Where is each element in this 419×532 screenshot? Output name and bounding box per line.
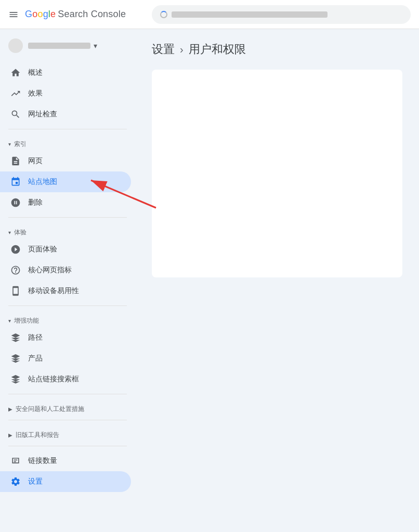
section-security[interactable]: ▶ 安全问题和人工处置措施 — [0, 398, 135, 416]
menu-button[interactable] — [8, 9, 19, 20]
section-enhancements-label: 增强功能 — [14, 316, 39, 325]
section-enhancements-chevron: ▾ — [8, 318, 11, 324]
divider-1 — [8, 129, 127, 129]
sidebar-item-sitemap-label: 站点地图 — [28, 177, 57, 187]
sidebar-item-sitelinks-label: 站点链接搜索框 — [28, 375, 79, 384]
breadcrumb: 设置 › 用户和权限 — [152, 42, 402, 57]
search-icon — [10, 109, 21, 119]
sidebar-item-sitemap[interactable]: 站点地图 — [0, 171, 131, 192]
breadcrumbs-icon — [10, 332, 21, 343]
section-experience-chevron: ▾ — [8, 230, 11, 235]
pages-icon — [10, 156, 21, 166]
sidebar-item-core-web-vitals-label: 核心网页指标 — [28, 265, 72, 275]
sidebar-item-performance[interactable]: 效果 — [0, 83, 131, 104]
sidebar-item-performance-label: 效果 — [28, 89, 43, 98]
sitelinks-icon — [10, 374, 21, 384]
section-index-chevron: ▾ — [8, 141, 11, 147]
breadcrumb-current: 用户和权限 — [189, 42, 246, 57]
topbar-left: Google Search Console — [8, 9, 143, 20]
site-dropdown-icon: ▾ — [94, 42, 97, 50]
site-name — [28, 43, 90, 49]
sidebar-item-links[interactable]: 链接数量 — [0, 450, 131, 471]
site-selector[interactable]: ▾ — [0, 33, 135, 58]
sidebar-item-removals[interactable]: 删除 — [0, 192, 131, 213]
sidebar-item-core-web-vitals[interactable]: 核心网页指标 — [0, 260, 131, 281]
mobile-icon — [10, 286, 21, 296]
content-card — [152, 70, 402, 277]
sidebar-item-sitelinks[interactable]: 站点链接搜索框 — [0, 369, 131, 390]
divider-6 — [8, 446, 127, 446]
home-icon — [10, 68, 21, 78]
sidebar-item-links-label: 链接数量 — [28, 456, 57, 466]
breadcrumb-parent: 设置 — [152, 42, 175, 57]
products-icon — [10, 353, 21, 364]
sidebar-item-products[interactable]: 产品 — [0, 348, 131, 369]
sidebar-item-overview-label: 概述 — [28, 68, 43, 77]
topbar: Google Search Console — [0, 0, 419, 29]
divider-3 — [8, 305, 127, 306]
section-index[interactable]: ▾ 索引 — [0, 134, 135, 151]
sidebar-item-mobile-usability[interactable]: 移动设备易用性 — [0, 281, 131, 301]
sidebar-item-removals-label: 删除 — [28, 198, 43, 207]
section-legacy-label: 旧版工具和报告 — [16, 431, 59, 440]
divider-4 — [8, 394, 127, 394]
section-legacy[interactable]: ▶ 旧版工具和报告 — [0, 424, 135, 442]
section-legacy-chevron: ▶ — [8, 432, 12, 438]
sidebar: ▾ 概述 效果 网址检查 — [0, 29, 135, 532]
sitemap-icon — [10, 177, 21, 187]
section-experience-label: 体验 — [14, 228, 27, 237]
core-web-vitals-icon — [10, 265, 21, 275]
settings-icon — [10, 476, 21, 487]
url-bar[interactable] — [152, 5, 411, 24]
sidebar-item-pages[interactable]: 网页 — [0, 151, 131, 171]
sidebar-item-breadcrumbs[interactable]: 路径 — [0, 327, 131, 348]
sidebar-item-url-inspection-label: 网址检查 — [28, 110, 57, 119]
sidebar-item-breadcrumbs-label: 路径 — [28, 333, 43, 342]
sidebar-item-overview[interactable]: 概述 — [0, 62, 131, 83]
loading-spinner — [160, 11, 167, 18]
section-security-chevron: ▶ — [8, 406, 12, 412]
main-content: 设置 › 用户和权限 — [135, 29, 419, 532]
site-avatar — [8, 38, 23, 53]
url-text — [172, 11, 328, 18]
sidebar-item-url-inspection[interactable]: 网址检查 — [0, 104, 131, 125]
app-logo: Google Search Console — [25, 9, 126, 20]
page-experience-icon — [10, 244, 21, 255]
removals-icon — [10, 197, 21, 208]
trending-icon — [10, 88, 21, 99]
sidebar-item-pages-label: 网页 — [28, 156, 43, 166]
sidebar-item-settings[interactable]: 设置 — [0, 471, 131, 492]
main-layout: ▾ 概述 效果 网址检查 — [0, 29, 419, 532]
sidebar-item-mobile-usability-label: 移动设备易用性 — [28, 286, 79, 296]
section-enhancements[interactable]: ▾ 增强功能 — [0, 310, 135, 327]
section-experience[interactable]: ▾ 体验 — [0, 222, 135, 239]
section-security-label: 安全问题和人工处置措施 — [16, 405, 84, 414]
divider-2 — [8, 217, 127, 218]
divider-5 — [8, 420, 127, 420]
sidebar-item-products-label: 产品 — [28, 354, 43, 363]
breadcrumb-separator: › — [180, 44, 184, 56]
section-index-label: 索引 — [14, 140, 27, 149]
sidebar-item-settings-label: 设置 — [28, 477, 43, 486]
links-icon — [10, 456, 21, 466]
sidebar-item-page-experience[interactable]: 页面体验 — [0, 239, 131, 260]
sidebar-item-page-experience-label: 页面体验 — [28, 245, 57, 254]
